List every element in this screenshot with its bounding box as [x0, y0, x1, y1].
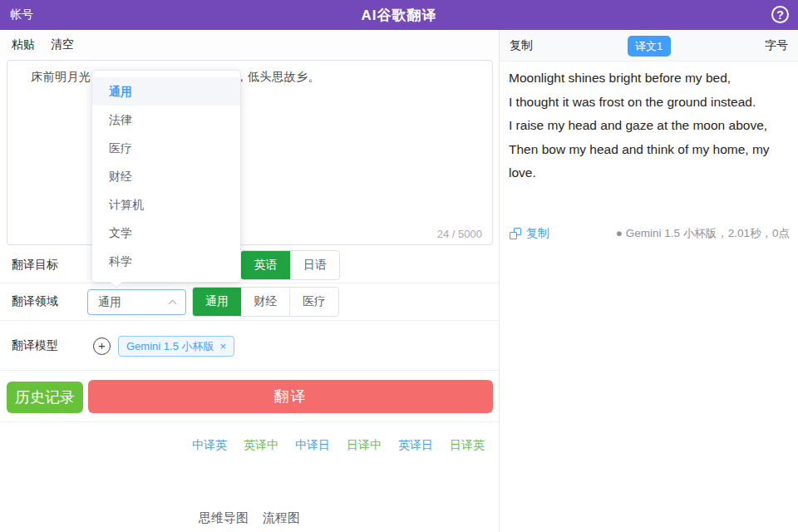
translation-line: Moonlight shines bright before my bed,: [509, 66, 788, 91]
quick-links-row: 中译英 英译中 中译日 日译中 英译日 日译英: [0, 422, 499, 469]
domain-row: 翻译领域 通用 通用 财经 医疗: [0, 283, 499, 321]
tab-translation-1[interactable]: 译文1: [628, 36, 671, 57]
link-en-to-zh[interactable]: 英译中: [244, 438, 278, 453]
target-english-button[interactable]: 英语: [241, 251, 290, 279]
model-tag-label: Gemini 1.5 小杯版: [126, 339, 214, 354]
target-language-group: 英语 日语: [240, 250, 340, 280]
translate-button[interactable]: 翻译: [88, 380, 493, 413]
domain-medical-button[interactable]: 医疗: [289, 288, 338, 316]
domain-group: 通用 财经 医疗: [192, 287, 339, 317]
paste-button[interactable]: 粘贴: [12, 37, 35, 52]
domain-label: 翻译领域: [12, 294, 58, 309]
history-button[interactable]: 历史记录: [7, 382, 83, 413]
domain-select[interactable]: 通用: [87, 289, 186, 315]
translation-line: I raise my head and gaze at the moon abo…: [509, 114, 788, 138]
actions-row: 历史记录 翻译: [0, 371, 499, 422]
link-en-to-ja[interactable]: 英译日: [398, 438, 433, 453]
app-header: 帐号 AI谷歌翻译 ?: [0, 0, 798, 30]
result-toolbar: 复制 译文1 字号: [500, 30, 798, 62]
dropdown-option-computer[interactable]: 计算机: [92, 190, 240, 219]
dropdown-option-literature[interactable]: 文学: [92, 219, 240, 247]
copy-result-link[interactable]: 复制: [510, 226, 549, 241]
source-panel: 粘贴 清空 床前明月光，疑是地上霜。举头望明月，低头思故乡。 24 / 5000…: [0, 30, 499, 532]
target-language-label: 翻译目标: [12, 258, 58, 273]
model-label: 翻译模型: [12, 338, 58, 353]
mindmap-link[interactable]: 思维导图: [199, 510, 249, 526]
link-ja-to-en[interactable]: 日译英: [450, 438, 485, 453]
translation-output: Moonlight shines bright before my bed, I…: [509, 66, 788, 185]
model-row: 翻译模型 + Gemini 1.5 小杯版 ×: [0, 321, 499, 371]
domain-select-value: 通用: [98, 295, 121, 310]
chevron-up-icon: [169, 300, 177, 308]
link-zh-to-en[interactable]: 中译英: [192, 438, 227, 453]
font-size-button[interactable]: 字号: [765, 38, 788, 53]
source-toolbar: 粘贴 清空: [0, 30, 499, 60]
link-ja-to-zh[interactable]: 日译中: [347, 438, 382, 453]
dropdown-option-finance[interactable]: 财经: [92, 162, 240, 190]
domain-general-button[interactable]: 通用: [193, 288, 241, 316]
dropdown-option-general[interactable]: 通用: [92, 77, 240, 106]
copy-result-label: 复制: [526, 226, 549, 241]
translation-line: I thought it was frost on the ground ins…: [509, 91, 788, 115]
target-language-row: 翻译目标 英语 日语: [0, 247, 499, 283]
source-textarea[interactable]: 床前明月光，疑是地上霜。举头望明月，低头思故乡。 24 / 5000: [7, 60, 493, 245]
result-panel: 复制 译文1 字号 Moonlight shines bright before…: [499, 30, 798, 532]
target-japanese-button[interactable]: 日语: [290, 251, 339, 279]
dropdown-option-medical[interactable]: 医疗: [92, 134, 240, 162]
result-meta-row: 复制 ● Gemini 1.5 小杯版，2.01秒，0点: [510, 226, 790, 241]
tag-close-icon[interactable]: ×: [219, 340, 226, 352]
copy-icon: [510, 228, 521, 239]
model-meta-text: ● Gemini 1.5 小杯版，2.01秒，0点: [616, 226, 790, 241]
add-model-icon[interactable]: +: [93, 337, 111, 355]
clear-button[interactable]: 清空: [51, 37, 74, 52]
footer-links: 思维导图 流程图: [0, 510, 499, 526]
flowchart-link[interactable]: 流程图: [263, 510, 300, 526]
dropdown-option-science[interactable]: 科学: [92, 247, 240, 275]
char-counter: 24 / 5000: [437, 228, 482, 240]
help-icon[interactable]: ?: [771, 6, 789, 23]
link-zh-to-ja[interactable]: 中译日: [295, 438, 330, 453]
translation-line: Then bow my head and think of my home, m…: [509, 138, 788, 185]
copy-button-top[interactable]: 复制: [510, 38, 533, 53]
app-title: AI谷歌翻译: [0, 6, 798, 25]
model-tag[interactable]: Gemini 1.5 小杯版 ×: [118, 336, 234, 357]
domain-dropdown-menu: 通用 法律 医疗 财经 计算机 文学 科学: [91, 70, 241, 283]
dropdown-option-law[interactable]: 法律: [92, 106, 240, 134]
domain-finance-button[interactable]: 财经: [241, 288, 289, 316]
